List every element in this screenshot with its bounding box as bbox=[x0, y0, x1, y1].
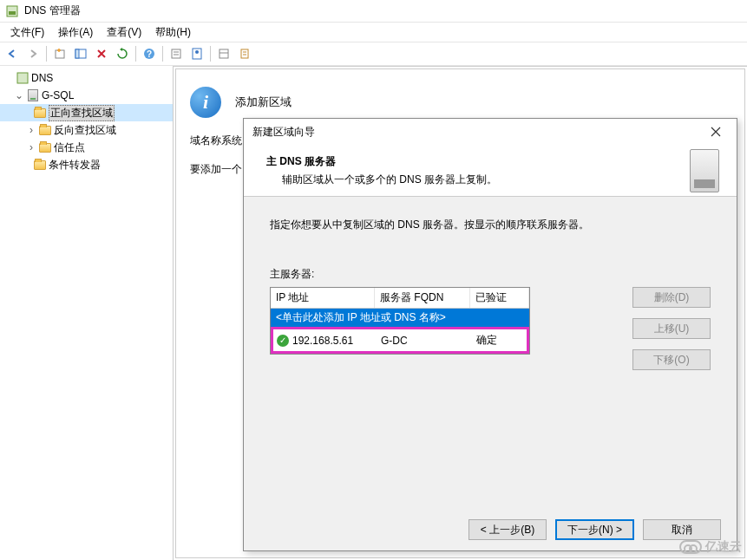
new-zone-wizard-dialog: 新建区域向导 主 DNS 服务器 辅助区域从一个或多个的 DNS 服务器上复制。… bbox=[243, 118, 737, 551]
server-fqdn: G-DC bbox=[381, 335, 476, 347]
watermark-logo-icon bbox=[679, 540, 702, 554]
table-header: IP 地址 服务器 FQDN 已验证 bbox=[271, 288, 529, 309]
folder-icon bbox=[38, 123, 52, 137]
dns-icon bbox=[16, 71, 29, 85]
tree-pane: DNS ⌄ G-SQL 正向查找区域 › 反向查找区域 › 信任点 bbox=[0, 66, 174, 560]
dialog-header-title: 主 DNS 服务器 bbox=[266, 154, 497, 169]
new-button[interactable] bbox=[50, 44, 69, 63]
move-up-button[interactable]: 上移(U) bbox=[632, 318, 711, 339]
menu-view[interactable]: 查看(V) bbox=[100, 23, 148, 42]
tree-label: 信任点 bbox=[54, 140, 85, 155]
tree-reverse-lookup[interactable]: › 反向查找区域 bbox=[0, 121, 173, 139]
dialog-footer: < 上一步(B) 下一步(N) > 取消 bbox=[244, 509, 737, 550]
window-title: DNS 管理器 bbox=[24, 3, 81, 18]
close-button[interactable] bbox=[704, 123, 728, 140]
app-icon bbox=[5, 4, 19, 18]
svg-rect-17 bbox=[17, 73, 28, 83]
tool-btn-c[interactable] bbox=[214, 44, 233, 63]
tree-label: 正向查找区域 bbox=[49, 105, 115, 121]
tree-label: 反向查找区域 bbox=[54, 123, 116, 138]
server-image-icon bbox=[690, 149, 719, 192]
tree-label: 条件转发器 bbox=[49, 158, 101, 173]
table-row[interactable]: ✓ 192.168.5.61 G-DC 确定 bbox=[273, 329, 527, 351]
delete-button[interactable] bbox=[92, 44, 111, 63]
server-icon bbox=[26, 88, 40, 102]
add-server-row[interactable]: <单击此处添加 IP 地址或 DNS 名称> bbox=[271, 309, 529, 327]
content-header: i 添加新区域 bbox=[190, 87, 731, 118]
watermark-text: 亿速云 bbox=[705, 539, 742, 555]
refresh-button[interactable] bbox=[113, 44, 132, 63]
check-icon: ✓ bbox=[277, 335, 289, 347]
side-button-group: 删除(D) 上移(U) 下移(O) bbox=[632, 287, 711, 370]
folder-icon bbox=[33, 106, 47, 120]
content-heading: 添加新区域 bbox=[235, 94, 292, 110]
master-servers-label: 主服务器: bbox=[270, 267, 711, 282]
tool-btn-d[interactable] bbox=[235, 44, 254, 63]
svg-rect-7 bbox=[172, 49, 180, 58]
svg-rect-1 bbox=[9, 11, 16, 15]
folder-icon bbox=[33, 158, 47, 172]
tree-conditional-forwarders[interactable]: 条件转发器 bbox=[0, 156, 173, 173]
dialog-body: 指定你想要从中复制区域的 DNS 服务器。按显示的顺序联系服务器。 主服务器: … bbox=[244, 197, 737, 509]
highlighted-row: ✓ 192.168.5.61 G-DC 确定 bbox=[271, 327, 529, 354]
expand-icon[interactable]: › bbox=[26, 125, 36, 135]
master-servers-table[interactable]: IP 地址 服务器 FQDN 已验证 <单击此处添加 IP 地址或 DNS 名称… bbox=[270, 287, 530, 355]
back-button[interactable]: < 上一步(B) bbox=[469, 519, 547, 540]
server-ip: 192.168.5.61 bbox=[292, 335, 353, 347]
server-validated: 确定 bbox=[476, 333, 523, 348]
cancel-button[interactable]: 取消 bbox=[643, 519, 721, 540]
svg-point-11 bbox=[195, 50, 199, 54]
svg-rect-12 bbox=[220, 49, 228, 58]
tree: DNS ⌄ G-SQL 正向查找区域 › 反向查找区域 › 信任点 bbox=[0, 69, 173, 173]
forward-button[interactable] bbox=[23, 44, 43, 63]
svg-text:?: ? bbox=[147, 49, 152, 59]
col-ip[interactable]: IP 地址 bbox=[271, 288, 375, 308]
info-icon: i bbox=[190, 87, 221, 118]
menu-file[interactable]: 文件(F) bbox=[3, 23, 51, 42]
help-button[interactable]: ? bbox=[140, 44, 159, 63]
dialog-header: 主 DNS 服务器 辅助区域从一个或多个的 DNS 服务器上复制。 bbox=[244, 145, 737, 197]
toolbar-separator bbox=[210, 46, 211, 62]
col-validated[interactable]: 已验证 bbox=[470, 288, 529, 308]
dialog-title-text: 新建区域向导 bbox=[252, 125, 315, 140]
close-icon bbox=[711, 127, 721, 137]
tree-trust-points[interactable]: › 信任点 bbox=[0, 139, 173, 156]
blank-expander bbox=[3, 73, 14, 83]
col-fqdn[interactable]: 服务器 FQDN bbox=[375, 288, 470, 308]
dialog-titlebar[interactable]: 新建区域向导 bbox=[244, 119, 737, 145]
tree-forward-lookup[interactable]: 正向查找区域 bbox=[0, 104, 173, 121]
svg-rect-4 bbox=[75, 49, 79, 58]
svg-rect-14 bbox=[241, 49, 248, 58]
folder-icon bbox=[38, 140, 52, 154]
delete-button[interactable]: 删除(D) bbox=[632, 287, 711, 308]
back-button[interactable] bbox=[3, 44, 22, 63]
tree-label: DNS bbox=[31, 72, 53, 84]
tool-btn-b[interactable] bbox=[187, 44, 206, 63]
next-button[interactable]: 下一步(N) > bbox=[555, 519, 634, 540]
toolbar-separator bbox=[46, 46, 47, 62]
dialog-instruction: 指定你想要从中复制区域的 DNS 服务器。按显示的顺序联系服务器。 bbox=[270, 218, 711, 232]
svg-rect-2 bbox=[56, 50, 64, 58]
tree-server[interactable]: ⌄ G-SQL bbox=[0, 87, 173, 104]
tree-label: G-SQL bbox=[42, 89, 74, 101]
expand-icon[interactable]: › bbox=[26, 142, 36, 153]
watermark: 亿速云 bbox=[679, 539, 742, 555]
toolbar-separator bbox=[135, 46, 136, 62]
toolbar: ? bbox=[0, 42, 747, 66]
move-down-button[interactable]: 下移(O) bbox=[632, 349, 711, 370]
tool-btn-a[interactable] bbox=[167, 44, 186, 63]
dialog-header-subtitle: 辅助区域从一个或多个的 DNS 服务器上复制。 bbox=[282, 173, 497, 187]
menu-help[interactable]: 帮助(H) bbox=[148, 23, 198, 42]
window-titlebar: DNS 管理器 bbox=[0, 0, 747, 23]
collapse-icon[interactable]: ⌄ bbox=[14, 90, 24, 101]
toolbar-separator bbox=[162, 46, 163, 62]
show-hide-button[interactable] bbox=[71, 44, 90, 63]
menu-bar: 文件(F) 操作(A) 查看(V) 帮助(H) bbox=[0, 23, 747, 42]
menu-action[interactable]: 操作(A) bbox=[51, 23, 100, 42]
tree-root-dns[interactable]: DNS bbox=[0, 69, 173, 87]
